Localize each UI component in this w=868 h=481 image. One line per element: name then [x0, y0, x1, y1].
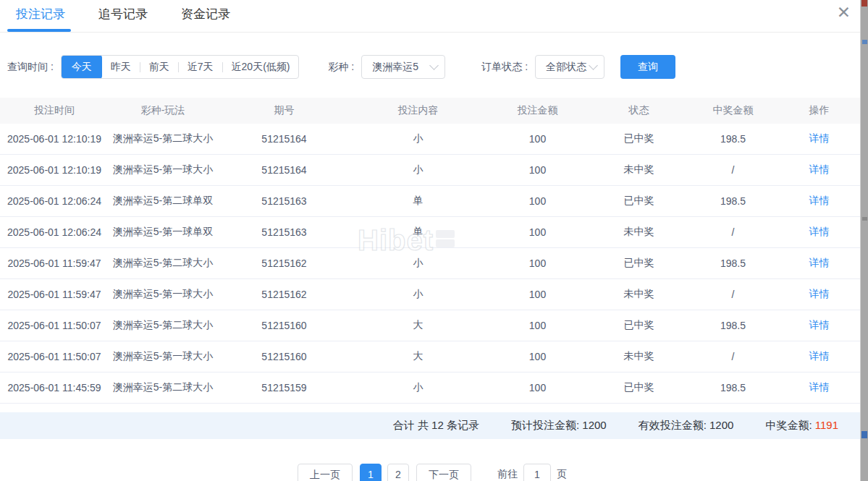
order-status-select[interactable]: 全部状态	[535, 55, 604, 79]
right-edge-scroll-strip[interactable]	[860, 0, 868, 481]
cell-action: 详情	[778, 310, 860, 341]
cell-game-play: 澳洲幸运5-第二球单双	[109, 186, 217, 217]
tab-funds-records[interactable]: 资金记录	[181, 0, 230, 33]
table-row: 2025-06-01 11:45:59澳洲幸运5-第二球大小51215159小1…	[0, 373, 860, 404]
strip-fragment	[862, 40, 867, 44]
detail-link[interactable]: 详情	[809, 350, 830, 362]
cell-status: 未中奖	[590, 155, 688, 186]
time-option-2[interactable]: 前天	[140, 56, 178, 78]
detail-link[interactable]: 详情	[809, 319, 830, 331]
page-button-1[interactable]: 1	[360, 464, 382, 481]
lottery-select[interactable]: 澳洲幸运5	[361, 55, 445, 79]
cell-game-play: 澳洲幸运5-第二球大小	[109, 248, 217, 279]
cell-issue-number: 51215160	[217, 341, 351, 373]
cell-bet-amount: 100	[485, 155, 590, 186]
cell-bet-amount: 100	[485, 217, 590, 248]
cell-status: 已中奖	[590, 310, 688, 341]
column-header: 状态	[590, 98, 688, 124]
column-header: 投注内容	[351, 98, 485, 124]
chevron-down-icon	[429, 61, 439, 70]
pagination: 上一页 12 下一页 前往 页	[0, 464, 860, 481]
cell-bet-amount: 100	[485, 279, 590, 310]
cell-status: 已中奖	[590, 373, 688, 404]
column-header: 期号	[217, 98, 351, 124]
cell-bet-content: 小	[351, 124, 485, 155]
cell-bet-time: 2025-06-01 11:50:07	[0, 341, 109, 373]
table-row: 2025-06-01 11:50:07澳洲幸运5-第二球大小51215160大1…	[0, 310, 860, 341]
prev-page-button[interactable]: 上一页	[298, 464, 353, 481]
cell-prize-amount: 198.5	[688, 310, 778, 341]
cell-action: 详情	[778, 124, 860, 155]
cell-prize-amount: 198.5	[688, 248, 778, 279]
cell-bet-time: 2025-06-01 12:10:19	[0, 124, 109, 155]
cell-bet-content: 单	[351, 186, 485, 217]
column-header: 投注金额	[485, 98, 590, 124]
close-icon[interactable]: ✕	[837, 4, 851, 21]
strip-fragment	[862, 217, 867, 221]
cell-game-play: 澳洲幸运5-第二球大小	[109, 310, 217, 341]
cell-prize-amount: /	[688, 155, 778, 186]
column-header: 彩种-玩法	[109, 98, 217, 124]
cell-bet-time: 2025-06-01 11:59:47	[0, 279, 109, 310]
lottery-label: 彩种 :	[328, 61, 354, 74]
time-option-0[interactable]: 今天	[62, 55, 102, 79]
table-row: 2025-06-01 12:10:19澳洲幸运5-第一球大小51215164小1…	[0, 155, 860, 186]
cell-action: 详情	[778, 186, 860, 217]
cell-prize-amount: 198.5	[688, 373, 778, 404]
summary-total-records: 合计 共 12 条记录	[393, 419, 479, 433]
detail-link[interactable]: 详情	[809, 257, 830, 268]
page-button-2[interactable]: 2	[387, 464, 409, 481]
order-status-select-value: 全部状态	[546, 61, 586, 74]
table-row: 2025-06-01 11:59:47澳洲幸运5-第二球大小51215162小1…	[0, 248, 860, 279]
cell-bet-content: 小	[351, 279, 485, 310]
table-header-row: 投注时间彩种-玩法期号投注内容投注金额状态中奖金额操作	[0, 98, 860, 124]
cell-bet-content: 小	[351, 373, 485, 404]
table-row: 2025-06-01 12:06:24澳洲幸运5-第一球单双51215163单1…	[0, 217, 860, 248]
cell-issue-number: 51215162	[217, 248, 351, 279]
cell-bet-time: 2025-06-01 12:06:24	[0, 186, 109, 217]
time-option-3[interactable]: 近7天	[179, 56, 222, 78]
detail-link[interactable]: 详情	[809, 132, 830, 144]
cell-bet-time: 2025-06-01 11:45:59	[0, 373, 109, 404]
cell-status: 已中奖	[590, 186, 688, 217]
tab-bar: 投注记录追号记录资金记录	[0, 0, 860, 33]
cell-issue-number: 51215160	[217, 310, 351, 341]
summary-prize-amount: 中奖金额: 1191	[765, 419, 838, 433]
detail-link[interactable]: 详情	[809, 381, 830, 393]
detail-link[interactable]: 详情	[809, 163, 830, 175]
cell-status: 未中奖	[590, 217, 688, 248]
column-header: 操作	[778, 98, 860, 124]
cell-status: 已中奖	[590, 124, 688, 155]
cell-action: 详情	[778, 373, 860, 404]
table-row: 2025-06-01 12:06:24澳洲幸运5-第二球单双51215163单1…	[0, 186, 860, 217]
cell-status: 未中奖	[590, 341, 688, 373]
detail-link[interactable]: 详情	[809, 288, 830, 299]
next-page-button[interactable]: 下一页	[416, 464, 471, 481]
order-status-label: 订单状态 :	[481, 61, 528, 74]
cell-game-play: 澳洲幸运5-第一球单双	[109, 217, 217, 248]
summary-expected-label: 预计投注金额:	[511, 419, 579, 431]
time-option-4[interactable]: 近20天(低频)	[223, 56, 299, 78]
cell-bet-content: 小	[351, 248, 485, 279]
tab-chase-records[interactable]: 追号记录	[98, 0, 148, 33]
cell-bet-amount: 100	[485, 248, 590, 279]
cell-bet-amount: 100	[485, 341, 590, 373]
cell-prize-amount: /	[688, 279, 778, 310]
page-number-list: 12	[357, 464, 412, 481]
cell-issue-number: 51215163	[217, 186, 351, 217]
cell-issue-number: 51215159	[217, 373, 351, 404]
cell-issue-number: 51215163	[217, 217, 351, 248]
detail-link[interactable]: 详情	[809, 195, 830, 206]
cell-game-play: 澳洲幸运5-第一球大小	[109, 155, 217, 186]
search-button[interactable]: 查询	[620, 55, 675, 79]
summary-valid-value: 1200	[709, 419, 733, 431]
cell-game-play: 澳洲幸运5-第二球大小	[109, 124, 217, 155]
tab-betting-records[interactable]: 投注记录	[16, 0, 65, 33]
cell-game-play: 澳洲幸运5-第二球大小	[109, 373, 217, 404]
detail-link[interactable]: 详情	[809, 226, 830, 237]
goto-page-input[interactable]	[523, 464, 551, 481]
cell-bet-time: 2025-06-01 12:06:24	[0, 217, 109, 248]
cell-issue-number: 51215164	[217, 124, 351, 155]
time-option-1[interactable]: 昨天	[102, 56, 140, 78]
summary-expected-value: 1200	[582, 419, 606, 431]
